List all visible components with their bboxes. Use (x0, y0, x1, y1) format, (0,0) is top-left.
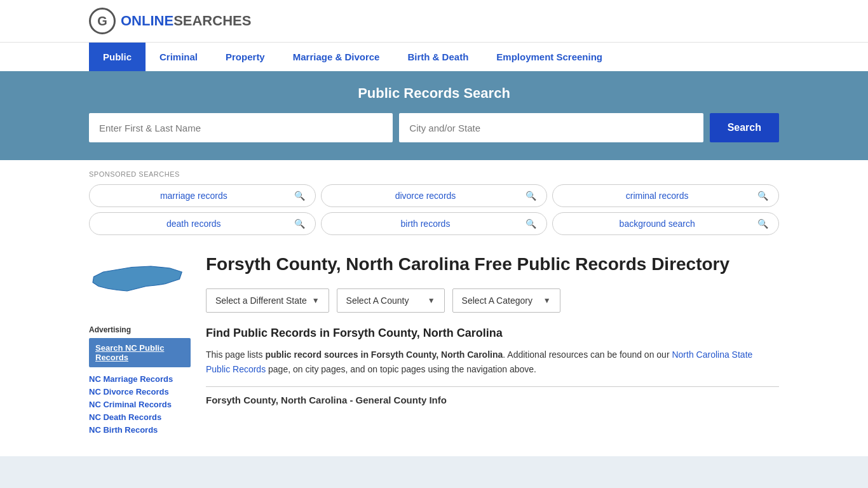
sponsored-link-divorce[interactable]: divorce records (332, 191, 520, 201)
sponsored-item-marriage[interactable]: marriage records 🔍 (89, 184, 316, 207)
sponsored-link-background[interactable]: background search (563, 219, 751, 229)
desc-bold: public record sources in Forsyth County,… (265, 349, 503, 360)
desc-part3: page, on city pages, and on topic pages … (266, 364, 536, 374)
sidebar-item-nc-birth[interactable]: NC Birth Records (89, 424, 191, 435)
ad-button[interactable]: Search NC Public Records (89, 338, 191, 367)
sidebar: Advertising Search NC Public Records NC … (89, 253, 191, 437)
advertising-label: Advertising (89, 325, 191, 334)
sidebar-item-nc-divorce[interactable]: NC Divorce Records (89, 386, 191, 396)
nav-item-birth-death[interactable]: Birth & Death (393, 43, 482, 71)
nav-item-marriage-divorce[interactable]: Marriage & Divorce (279, 43, 394, 71)
desc-part2: . Additional resources can be found on o… (503, 349, 672, 360)
sponsored-item-divorce[interactable]: divorce records 🔍 (321, 184, 548, 207)
search-icon-death: 🔍 (294, 219, 305, 229)
sidebar-item-nc-death[interactable]: NC Death Records (89, 412, 191, 422)
search-icon-divorce: 🔍 (526, 191, 536, 201)
desc-part1: This page lists (206, 349, 265, 360)
sponsored-item-criminal[interactable]: criminal records 🔍 (552, 184, 779, 207)
search-icon-birth: 🔍 (526, 219, 536, 229)
search-icon-criminal: 🔍 (757, 191, 768, 201)
chevron-down-icon-3: ▼ (543, 296, 551, 305)
sidebar-item-nc-marriage[interactable]: NC Marriage Records (89, 374, 191, 384)
nav-item-criminal[interactable]: Criminal (146, 43, 212, 71)
search-button[interactable]: Search (710, 113, 779, 142)
logo-text: ONLINESEARCHES (121, 13, 251, 29)
search-banner-title: Public Records Search (89, 85, 779, 102)
main-area: SPONSORED SEARCHES marriage records 🔍 di… (0, 160, 868, 456)
nc-map (89, 253, 184, 316)
county-dropdown[interactable]: Select A County ▼ (337, 288, 445, 313)
description-text: This page lists public record sources in… (206, 348, 779, 376)
sponsored-item-background[interactable]: background search 🔍 (552, 212, 779, 235)
county-dropdown-label: Select A County (346, 295, 409, 306)
search-icon-marriage: 🔍 (294, 191, 305, 201)
county-info-title: Forsyth County, North Carolina - General… (206, 395, 779, 405)
category-dropdown-label: Select A Category (462, 295, 532, 306)
section-divider (206, 386, 779, 387)
sidebar-item-nc-criminal[interactable]: NC Criminal Records (89, 399, 191, 409)
sidebar-links: NC Marriage Records NC Divorce Records N… (89, 374, 191, 435)
site-header: ONLINESEARCHES (0, 0, 868, 42)
main-nav: Public Criminal Property Marriage & Divo… (0, 42, 868, 71)
state-dropdown-label: Select a Different State (215, 295, 307, 306)
logo-searches: SEARCHES (173, 13, 251, 29)
find-title: Find Public Records in Forsyth County, N… (206, 327, 779, 340)
logo-icon (89, 8, 116, 34)
search-banner: Public Records Search Search (0, 71, 868, 160)
sponsored-link-death[interactable]: death records (100, 219, 288, 229)
state-dropdown[interactable]: Select a Different State ▼ (206, 288, 329, 313)
sponsored-link-criminal[interactable]: criminal records (563, 191, 751, 201)
sponsored-link-marriage[interactable]: marriage records (100, 191, 288, 201)
nav-item-public[interactable]: Public (89, 43, 146, 71)
search-form: Search (89, 113, 779, 142)
category-dropdown[interactable]: Select A Category ▼ (452, 288, 560, 313)
location-input[interactable] (399, 113, 703, 142)
sponsored-label: SPONSORED SEARCHES (89, 170, 779, 178)
logo-online: ONLINE (121, 13, 173, 29)
sponsored-item-birth[interactable]: birth records 🔍 (321, 212, 548, 235)
main-content: Forsyth County, North Carolina Free Publ… (206, 253, 779, 437)
sponsored-link-birth[interactable]: birth records (332, 219, 520, 229)
nav-item-property[interactable]: Property (212, 43, 279, 71)
nav-item-employment[interactable]: Employment Screening (482, 43, 616, 71)
dropdowns-row: Select a Different State ▼ Select A Coun… (206, 288, 779, 313)
chevron-down-icon-2: ▼ (428, 296, 435, 305)
sponsored-item-death[interactable]: death records 🔍 (89, 212, 316, 235)
page-title: Forsyth County, North Carolina Free Publ… (206, 253, 779, 276)
chevron-down-icon: ▼ (312, 296, 320, 305)
sponsored-grid: marriage records 🔍 divorce records 🔍 cri… (89, 184, 779, 235)
search-icon-background: 🔍 (757, 219, 768, 229)
name-input[interactable] (89, 113, 393, 142)
content-section: Advertising Search NC Public Records NC … (89, 253, 779, 437)
